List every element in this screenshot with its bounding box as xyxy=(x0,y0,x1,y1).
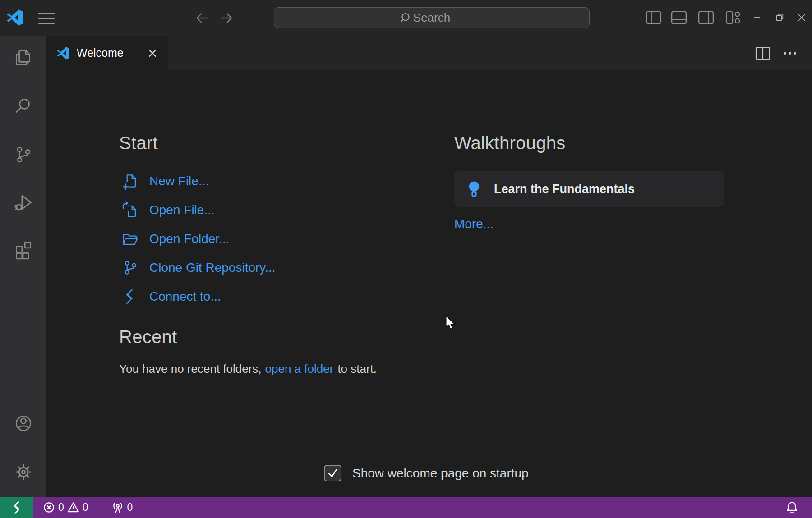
toggle-panel-icon[interactable] xyxy=(669,8,689,28)
search-icon xyxy=(400,12,411,24)
close-tab-icon[interactable] xyxy=(145,46,160,61)
check-icon xyxy=(327,468,338,478)
start-item-label: Connect to... xyxy=(149,289,221,304)
editor-actions xyxy=(753,44,799,63)
start-item-label: New File... xyxy=(149,174,209,188)
open-a-folder-link[interactable]: open a folder xyxy=(265,362,334,376)
minimize-icon[interactable] xyxy=(747,8,767,28)
menu-button[interactable] xyxy=(37,8,56,28)
search-icon xyxy=(13,96,34,116)
tab-label: Welcome xyxy=(77,46,145,60)
settings-button[interactable] xyxy=(0,456,46,488)
welcome-page: Start New File... Open File... Open F xyxy=(46,70,812,497)
ports-status[interactable]: 0 xyxy=(111,501,133,514)
titlebar xyxy=(0,0,812,36)
vscode-window: Welcome Start New File... xyxy=(0,0,812,518)
customize-layout-icon[interactable] xyxy=(723,8,743,28)
start-item-label: Open File... xyxy=(149,203,215,217)
recent-empty-message: You have no recent folders,open a folder… xyxy=(119,362,377,376)
folder-opened-icon xyxy=(121,230,139,248)
close-window-icon[interactable] xyxy=(792,8,812,28)
sidebar-item-extensions[interactable] xyxy=(0,233,46,266)
split-editor-icon[interactable] xyxy=(753,44,772,63)
walkthroughs-more-link[interactable]: More... xyxy=(454,217,494,231)
forward-icon[interactable] xyxy=(217,8,236,28)
show-welcome-checkbox[interactable] xyxy=(324,465,341,481)
open-file-link[interactable]: Open File... xyxy=(121,202,276,219)
debug-icon xyxy=(13,193,34,213)
gear-icon xyxy=(13,462,34,482)
tab-welcome[interactable]: Welcome xyxy=(46,36,168,70)
files-icon xyxy=(13,47,34,68)
walkthrough-title: Learn the Fundamentals xyxy=(494,182,635,196)
remote-icon xyxy=(10,501,23,514)
start-heading: Start xyxy=(119,133,158,153)
open-folder-link[interactable]: Open Folder... xyxy=(121,230,276,248)
toggle-primary-sidebar-icon[interactable] xyxy=(644,8,664,28)
notifications-button[interactable] xyxy=(785,501,798,514)
startup-checkbox-label: Show welcome page on startup xyxy=(352,466,529,481)
accounts-button[interactable] xyxy=(0,407,46,440)
ports-count: 0 xyxy=(127,501,133,513)
mouse-cursor xyxy=(445,315,459,330)
warning-icon xyxy=(67,501,79,513)
bell-icon xyxy=(785,501,798,514)
back-icon[interactable] xyxy=(192,8,212,28)
sidebar-item-explorer[interactable] xyxy=(0,41,46,74)
toggle-secondary-sidebar-icon[interactable] xyxy=(696,8,716,28)
sidebar-item-search[interactable] xyxy=(0,90,46,122)
lightbulb-icon xyxy=(467,180,481,198)
more-actions-icon[interactable] xyxy=(780,44,799,63)
vscode-file-icon xyxy=(56,46,70,60)
recent-empty-suffix: to start. xyxy=(337,362,377,376)
radio-tower-icon xyxy=(111,501,124,514)
start-list: New File... Open File... Open Folder... xyxy=(121,173,276,305)
startup-checkbox-row[interactable]: Show welcome page on startup xyxy=(324,465,529,481)
restore-icon[interactable] xyxy=(770,8,789,28)
new-file-icon xyxy=(121,172,139,190)
new-file-link[interactable]: New File... xyxy=(121,173,276,190)
extensions-icon xyxy=(13,239,34,260)
walkthroughs-heading: Walkthroughs xyxy=(454,133,566,153)
account-icon xyxy=(13,413,34,434)
remote-indicator[interactable] xyxy=(0,497,33,518)
recent-empty-prefix: You have no recent folders, xyxy=(119,362,262,376)
sidebar-item-run-debug[interactable] xyxy=(0,187,46,219)
source-control-icon xyxy=(121,259,139,277)
error-icon xyxy=(43,501,55,513)
walkthrough-card-fundamentals[interactable]: Learn the Fundamentals xyxy=(454,171,724,207)
start-item-label: Open Folder... xyxy=(149,232,229,246)
source-control-icon xyxy=(13,144,34,165)
problems-status[interactable]: 0 0 xyxy=(43,501,88,513)
command-center-search[interactable] xyxy=(274,7,590,28)
search-input[interactable] xyxy=(274,8,589,28)
recent-heading: Recent xyxy=(119,327,177,347)
connect-to-link[interactable]: Connect to... xyxy=(121,288,276,305)
start-item-label: Clone Git Repository... xyxy=(149,261,276,275)
remote-icon xyxy=(121,288,139,306)
editor-tab-bar: Welcome xyxy=(46,36,812,70)
go-to-file-icon xyxy=(121,201,139,219)
warning-count: 0 xyxy=(83,501,88,513)
status-bar: 0 0 0 xyxy=(0,497,812,518)
vscode-logo-icon xyxy=(6,9,23,26)
clone-repo-link[interactable]: Clone Git Repository... xyxy=(121,259,276,276)
sidebar-item-source-control[interactable] xyxy=(0,138,46,171)
error-count: 0 xyxy=(58,501,64,513)
activity-bar xyxy=(0,36,46,497)
